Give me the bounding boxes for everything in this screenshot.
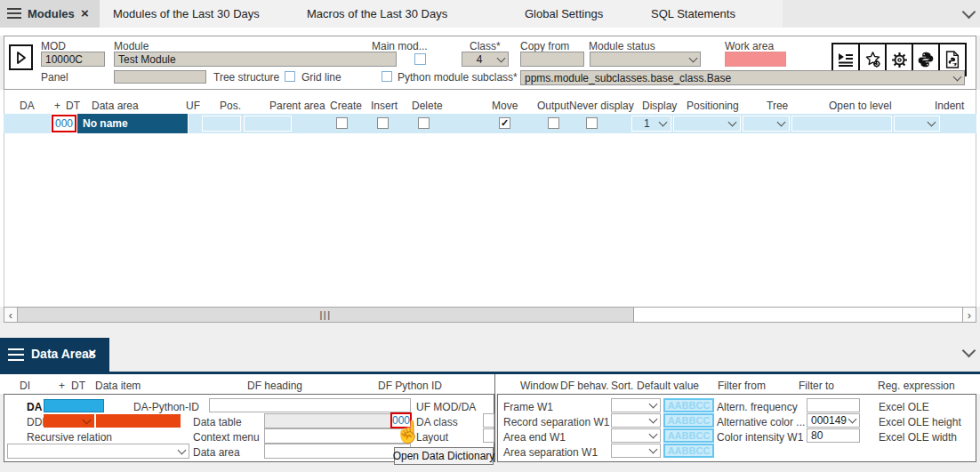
- column-tree: Tree: [767, 100, 788, 112]
- tree-select[interactable]: [743, 116, 790, 132]
- color-intensity-w1-input[interactable]: 80: [807, 428, 860, 443]
- menu-icon[interactable]: [7, 8, 21, 19]
- data-table-input[interactable]: [264, 413, 411, 428]
- column-data-item: Data item: [95, 380, 141, 392]
- column-indent: Indent: [935, 100, 964, 112]
- color-intensity-w1-label: Color intensity W1: [717, 431, 803, 444]
- move-checkbox[interactable]: [499, 117, 510, 129]
- da-class-input[interactable]: [483, 413, 494, 428]
- run-list-icon: [837, 51, 855, 68]
- record-separation-w1-label: Record separation W1: [503, 416, 609, 428]
- add-row-button[interactable]: +: [54, 100, 60, 112]
- data-areas-close-icon[interactable]: ×: [88, 348, 96, 360]
- excel-ole-width-label: Excel OLE width: [879, 431, 957, 444]
- output-checkbox[interactable]: [548, 117, 559, 129]
- work-area-label: Work area: [725, 40, 774, 52]
- tab-global-settings[interactable]: Global Settings: [525, 7, 603, 20]
- scroll-thumb[interactable]: |||: [18, 308, 634, 322]
- add-item-button[interactable]: +: [59, 380, 65, 392]
- grid-line-checkbox[interactable]: [285, 71, 295, 82]
- da-label: DA: [27, 401, 42, 413]
- main-mod-checkbox[interactable]: [414, 53, 426, 65]
- column-output: Output: [537, 100, 569, 112]
- panel-label: Panel: [41, 71, 68, 84]
- altern-frequency-input[interactable]: [807, 398, 860, 412]
- row-dt-button[interactable]: 000: [52, 115, 76, 132]
- chevron-down-icon: [649, 445, 658, 454]
- record-separation-w1-select[interactable]: [611, 413, 661, 428]
- class-select[interactable]: 4: [462, 52, 509, 67]
- row-pos-cell[interactable]: [202, 116, 241, 132]
- chevron-down-icon: [649, 430, 658, 439]
- tab-content-gap: [0, 28, 980, 36]
- panel-input[interactable]: [114, 70, 206, 84]
- display-select[interactable]: 1: [631, 116, 671, 132]
- data-areas-title: Data Areas: [31, 347, 96, 361]
- column-open-to-level: Open to level: [829, 100, 892, 112]
- column-df-behav: DF behav.: [560, 380, 608, 392]
- tab-bar-right-area: [783, 0, 980, 28]
- tab-sql-statements[interactable]: SQL Statements: [651, 7, 735, 20]
- insert-checkbox[interactable]: [377, 117, 389, 129]
- record-separation-color-swatch[interactable]: AABBCC: [663, 413, 714, 428]
- star-gear-icon: [864, 51, 882, 69]
- context-menu-input[interactable]: [264, 428, 411, 444]
- mod-input[interactable]: 10000C: [41, 52, 105, 67]
- area-separation-w1-select[interactable]: [611, 444, 661, 458]
- never-display-checkbox[interactable]: [586, 117, 598, 129]
- run-module-button[interactable]: [9, 44, 33, 70]
- scroll-right-button[interactable]: ›: [962, 307, 976, 323]
- tab-macros-last-30-days[interactable]: Macros of the Last 30 Days: [307, 7, 447, 20]
- python-subclass-checkbox[interactable]: [382, 71, 392, 82]
- create-checkbox[interactable]: [336, 117, 348, 129]
- tree-structure-label: Tree structure: [213, 71, 279, 84]
- delete-checkbox[interactable]: [418, 117, 430, 129]
- chevron-down-icon: [659, 118, 668, 127]
- da-python-id-input[interactable]: [209, 398, 411, 412]
- tooltip: Open Data Dictionary: [394, 447, 494, 465]
- column-reg-expression: Reg. expression: [878, 380, 955, 392]
- alternative-color-select[interactable]: 000149: [807, 413, 860, 428]
- column-window: Window: [520, 380, 558, 392]
- column-parent-area: Parent area: [269, 100, 325, 112]
- chevron-down-icon: [848, 415, 857, 424]
- area-end-color-swatch[interactable]: AABBCC: [663, 428, 714, 443]
- module-input[interactable]: Test Module: [114, 52, 397, 67]
- panel-collapse-chevron-icon[interactable]: [962, 344, 976, 358]
- column-delete: Delete: [412, 100, 443, 112]
- column-default-value: Default value: [637, 380, 699, 392]
- work-area-field[interactable]: [725, 52, 786, 67]
- ddi-field[interactable]: [96, 414, 181, 428]
- subclass-select[interactable]: ppms.module_subclasses.base_class.Base: [520, 70, 965, 85]
- frame-w1-color-swatch[interactable]: AABBCC: [663, 398, 714, 412]
- column-display: Display: [642, 100, 677, 112]
- module-status-select[interactable]: [590, 52, 701, 67]
- positioning-select[interactable]: [673, 116, 741, 132]
- column-positioning: Positioning: [687, 100, 739, 112]
- main-mod-label: Main mod...: [372, 40, 428, 52]
- tab-close-icon[interactable]: ×: [81, 7, 89, 20]
- tab-modules-label: Modules: [28, 7, 75, 20]
- layout-input[interactable]: [483, 428, 494, 443]
- column-create: Create: [330, 100, 362, 112]
- recursive-relation-select[interactable]: [7, 444, 189, 459]
- indent-select[interactable]: [894, 116, 940, 132]
- frame-w1-select[interactable]: [611, 398, 661, 412]
- row-parent-area-cell[interactable]: [244, 116, 292, 132]
- chevron-down-icon: [178, 445, 187, 454]
- tab-modules-last-30-days[interactable]: Modules of the Last 30 Days: [113, 7, 260, 20]
- ddi-select[interactable]: [44, 414, 94, 428]
- table-row[interactable]: [4, 114, 51, 133]
- area-end-w1-select[interactable]: [611, 428, 661, 443]
- chevron-down-icon: [928, 118, 936, 127]
- area-separation-color-swatch[interactable]: AABBCC: [663, 444, 714, 458]
- data-area-input[interactable]: [264, 444, 411, 459]
- open-to-level-cell[interactable]: [791, 116, 892, 132]
- copy-from-input[interactable]: [520, 52, 584, 67]
- row-data-area-cell[interactable]: No name: [77, 114, 188, 133]
- da-id-field[interactable]: [44, 399, 104, 412]
- scroll-left-button[interactable]: ‹: [4, 307, 18, 323]
- data-areas-menu-icon[interactable]: [8, 348, 24, 361]
- chevron-down-icon: [649, 400, 658, 409]
- context-menu-label: Context menu: [193, 431, 260, 444]
